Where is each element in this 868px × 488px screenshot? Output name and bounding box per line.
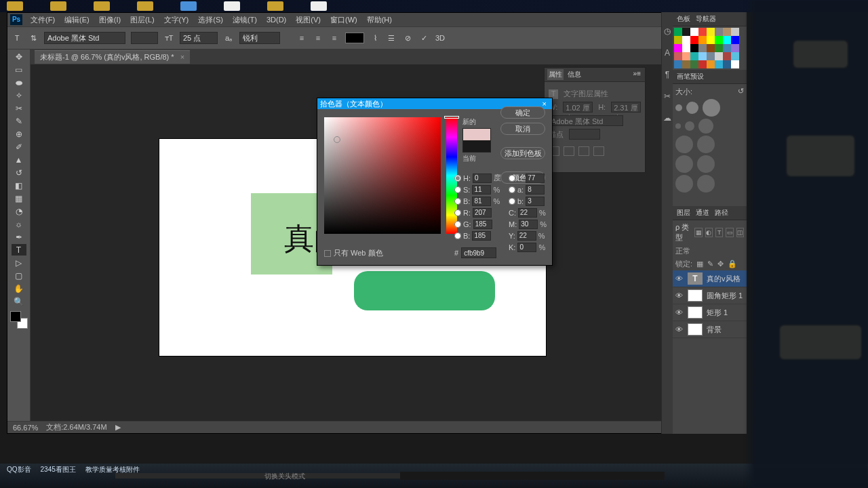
warp-text-icon[interactable]: ⌇: [370, 33, 380, 43]
swatch[interactable]: [723, 44, 731, 52]
align-left-icon[interactable]: ≡: [296, 33, 307, 43]
filter-smart-icon[interactable]: ◫: [736, 228, 744, 237]
strip-swap-icon[interactable]: ✂: [662, 91, 673, 102]
panel-menu-icon[interactable]: »≡: [632, 69, 642, 80]
swatch[interactable]: [715, 52, 723, 60]
heal-tool-icon[interactable]: ⊕: [12, 128, 26, 140]
taskbar-item-2[interactable]: 2345看图王: [41, 465, 76, 474]
radio-h[interactable]: [454, 175, 461, 182]
tool-preset-icon[interactable]: T: [12, 33, 22, 43]
3d-text-icon[interactable]: 3D: [435, 33, 446, 43]
strip-cloud-icon[interactable]: ☁: [662, 113, 673, 123]
swatch[interactable]: [715, 60, 723, 68]
swatch[interactable]: [682, 44, 690, 52]
tab-channels[interactable]: 通道: [694, 207, 711, 218]
tab-layers[interactable]: 图层: [675, 207, 692, 218]
menu-file[interactable]: 文件(F): [26, 15, 59, 25]
tab-brush-presets[interactable]: 画笔预设: [675, 71, 705, 82]
windows-taskbar[interactable]: QQ影音 2345看图王 教学质量考核附件 切换关头模式: [0, 464, 868, 488]
visibility-icon[interactable]: 👁: [675, 291, 684, 300]
swatch[interactable]: [690, 60, 698, 68]
b-input[interactable]: [472, 197, 491, 206]
bl-input[interactable]: [472, 231, 491, 241]
layer-row[interactable]: 👁背景: [673, 321, 747, 338]
L-input[interactable]: [526, 174, 545, 183]
swatch[interactable]: [674, 36, 682, 44]
tab-paths[interactable]: 路径: [713, 207, 730, 218]
swatch[interactable]: [682, 60, 690, 68]
props-font[interactable]: Adobe 黑体 Std: [549, 115, 623, 126]
zoom-tool-icon[interactable]: 🔍: [12, 296, 26, 307]
filter-pixel-icon[interactable]: ▦: [694, 228, 702, 237]
align-3-icon[interactable]: [578, 146, 589, 156]
swatch[interactable]: [731, 52, 739, 60]
menu-image[interactable]: 图像(I): [95, 15, 125, 25]
filter-adj-icon[interactable]: ◐: [705, 228, 713, 237]
web-only-checkbox[interactable]: 只有 Web 颜色: [324, 248, 383, 258]
g-input[interactable]: [473, 220, 492, 229]
cancel-icon[interactable]: ⊘: [402, 33, 413, 43]
align-4-icon[interactable]: [593, 146, 604, 156]
menu-layer[interactable]: 图层(L): [126, 15, 158, 25]
zoom-level[interactable]: 66.67%: [13, 424, 38, 432]
menu-view[interactable]: 视图(V): [292, 15, 325, 25]
swatch[interactable]: [698, 44, 707, 52]
filter-shape-icon[interactable]: ▭: [726, 228, 733, 237]
path-select-tool-icon[interactable]: ▷: [12, 257, 26, 268]
Y-input[interactable]: [517, 231, 536, 241]
lock-trans-icon[interactable]: ▦: [696, 260, 703, 268]
ok-button[interactable]: 确定: [500, 106, 545, 119]
crop-tool-icon[interactable]: ✂: [12, 102, 26, 114]
fg-bg-swatches[interactable]: [10, 311, 28, 329]
blur-tool-icon[interactable]: ◔: [12, 205, 26, 217]
swatch[interactable]: [715, 36, 723, 44]
C-input[interactable]: [518, 208, 537, 218]
strip-char-icon[interactable]: A: [662, 47, 673, 58]
brush-size-reset-icon[interactable]: ↺: [738, 87, 744, 97]
swatch[interactable]: [690, 44, 698, 52]
swatch[interactable]: [707, 60, 715, 68]
menu-edit[interactable]: 编辑(E): [60, 15, 94, 25]
swatch[interactable]: [674, 60, 682, 68]
swatch[interactable]: [731, 36, 739, 44]
swatch[interactable]: [690, 52, 698, 60]
menu-type[interactable]: 文字(Y): [160, 15, 193, 25]
swatch[interactable]: [698, 36, 707, 44]
hue-pointer-icon[interactable]: [444, 116, 459, 119]
blend-mode-select[interactable]: 正常: [675, 246, 690, 256]
tab-swatches[interactable]: 色板: [675, 14, 692, 24]
eyedropper-tool-icon[interactable]: ✎: [12, 115, 26, 127]
lock-pos-icon[interactable]: ✥: [717, 260, 724, 268]
radio-L[interactable]: [509, 175, 515, 182]
status-arrow-icon[interactable]: ▶: [115, 423, 121, 432]
close-tab-icon[interactable]: ×: [180, 53, 184, 61]
strip-para-icon[interactable]: ¶: [662, 69, 673, 80]
character-panel-icon[interactable]: ☰: [386, 33, 397, 43]
swatch[interactable]: [674, 28, 682, 36]
history-brush-tool-icon[interactable]: ↺: [12, 167, 26, 178]
lasso-tool-icon[interactable]: ⬬: [12, 77, 26, 88]
radio-bl[interactable]: [454, 232, 461, 239]
document-tab[interactable]: 未标题-1 @ 66.7% (真的v风格, RGB/8) * ×: [35, 50, 190, 64]
h-input[interactable]: [473, 174, 492, 183]
type-tool-icon[interactable]: T: [12, 244, 26, 256]
radio-r[interactable]: [454, 209, 461, 216]
radio-s[interactable]: [454, 186, 461, 193]
add-to-swatches-button[interactable]: 添加到色板: [500, 147, 545, 159]
commit-icon[interactable]: ✓: [418, 33, 429, 43]
align-center-icon[interactable]: ≡: [313, 33, 323, 43]
layer-row[interactable]: 👁矩形 1: [673, 304, 747, 321]
menu-3d[interactable]: 3D(D): [262, 16, 290, 24]
h-value[interactable]: 2.31 厘米: [611, 102, 641, 113]
saturation-value-field[interactable]: [324, 117, 441, 234]
swatch[interactable]: [715, 28, 723, 36]
swatch[interactable]: [698, 52, 707, 60]
taskbar-item-1[interactable]: QQ影音: [7, 465, 31, 474]
swatch[interactable]: [707, 36, 715, 44]
dodge-tool-icon[interactable]: ☼: [12, 218, 26, 230]
w-value[interactable]: 1.02 厘米: [563, 102, 593, 113]
swatch[interactable]: [682, 36, 690, 44]
swatch[interactable]: [731, 60, 739, 68]
hand-tool-icon[interactable]: ✋: [12, 283, 26, 294]
radio-lb[interactable]: [509, 198, 515, 205]
